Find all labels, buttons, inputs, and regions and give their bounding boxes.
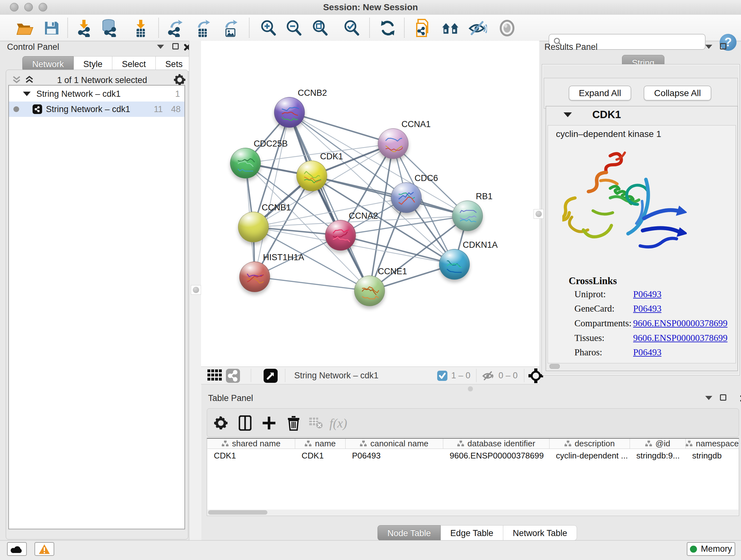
tab-edge-table[interactable]: Edge Table [441,525,503,541]
show-hide-eye-slash-icon[interactable] [468,19,487,37]
network-row-selected[interactable]: String Network – cdk1 11 48 [9,102,185,117]
collapse-all-networks-icon[interactable] [11,75,22,85]
column-label: @id [656,439,670,449]
network-node-cdk1[interactable] [296,161,327,191]
column-type-icon [645,441,652,447]
table-cell[interactable]: cyclin-dependent ... [549,451,630,462]
zoom-out-icon[interactable] [285,19,303,37]
save-session-icon[interactable] [42,19,61,37]
table-horizontal-scrollbar[interactable] [207,509,738,515]
tab-node-table[interactable]: Node Table [378,525,441,541]
zoom-fit-content-icon[interactable] [311,19,329,37]
table-cell[interactable]: CDK1 [295,451,346,462]
export-network-file-icon[interactable] [167,19,186,37]
tab-network-table[interactable]: Network Table [503,525,577,541]
table-panel-float-icon[interactable] [720,394,726,401]
network-node-ccna2[interactable] [325,220,356,251]
column-header[interactable]: name [295,439,346,449]
network-edge[interactable] [289,112,393,144]
column-header[interactable]: shared name [207,439,295,449]
compartments-link[interactable]: 9606.ENSP00000378699 [633,318,728,328]
network-collection-row[interactable]: String Network – cdk1 1 [9,86,185,102]
zoom-in-icon[interactable] [259,19,278,37]
horizontal-splitter-handle[interactable] [468,386,473,391]
uniprot-link[interactable]: P06493 [633,289,662,299]
pharos-link[interactable]: P06493 [633,347,662,357]
results-scrollbar-thumb[interactable] [549,364,560,369]
network-node-cdkn1a[interactable] [439,249,470,280]
network-node-ccna1[interactable] [378,128,408,159]
column-header[interactable]: database identifier [443,439,549,449]
birdseye-crosshair-icon[interactable] [529,368,543,384]
expand-all-button[interactable]: Expand All [569,85,631,101]
tree-expand-icon[interactable] [23,91,30,96]
share-network-icon[interactable] [226,369,240,384]
string-network-icon [32,105,42,114]
tab-network[interactable]: Network [22,56,74,71]
table-scrollbar-thumb[interactable] [208,510,267,515]
gene-collapse-icon[interactable] [563,112,572,117]
clone-network-icon[interactable] [414,19,432,37]
column-header[interactable]: canonical name [346,439,443,449]
cloud-button[interactable] [7,542,27,556]
column-header[interactable]: @id [630,439,686,449]
refresh-view-icon[interactable] [379,19,397,37]
first-neighbors-icon[interactable] [442,19,460,37]
genecard-link[interactable]: P06493 [633,303,662,314]
network-node-hist1h1a[interactable] [239,261,270,292]
table-panel-close-icon[interactable] [740,395,741,401]
network-edge[interactable] [312,176,468,216]
tab-sets[interactable]: Sets [156,56,192,71]
import-network-database-icon[interactable] [100,19,118,37]
memory-button[interactable]: Memory [687,542,735,556]
grid-view-icon[interactable] [207,369,222,383]
network-node-ccne1[interactable] [354,275,385,306]
columns-icon[interactable] [236,414,254,432]
control-panel-float-icon[interactable] [172,43,179,50]
network-edge[interactable] [255,112,289,277]
open-in-window-icon[interactable] [264,369,278,384]
expand-all-networks-icon[interactable] [24,75,35,85]
zoom-selected-icon[interactable] [342,19,361,37]
netbar-separator [251,369,251,382]
crosslink-label: Pharos: [575,347,602,358]
network-edge[interactable] [289,112,369,291]
network-node-cdc25b[interactable] [230,148,261,179]
left-splitter-handle[interactable] [191,285,201,295]
results-panel-menu-icon[interactable] [705,45,712,49]
network-edge[interactable] [255,277,369,291]
table-cell[interactable]: CDK1 [207,451,295,462]
table-cell[interactable]: stringdb [686,451,739,462]
network-node-ccnb1[interactable] [238,212,269,242]
export-image-file-icon[interactable] [221,19,240,37]
import-table-file-icon[interactable] [131,19,150,37]
tab-select[interactable]: Select [112,56,156,71]
export-table-file-icon[interactable] [194,19,212,37]
gear-icon[interactable] [212,414,230,432]
column-header[interactable]: namespace [686,439,739,449]
tab-style[interactable]: Style [74,56,112,71]
right-splitter-handle[interactable] [534,209,544,219]
table-cell[interactable]: P06493 [346,451,443,462]
column-header[interactable]: description [549,439,630,449]
add-column-icon[interactable] [260,414,278,432]
lens-icon[interactable] [498,19,516,37]
network-node-rb1[interactable] [452,200,483,231]
open-session-icon[interactable] [16,19,34,37]
warning-button[interactable] [35,542,54,556]
delete-icon[interactable] [285,414,302,432]
network-canvas[interactable]: CCNB2CCNA1CDC25BCDK1CDC6RB1CCNB1CCNA2CDK… [201,41,539,367]
column-label: shared name [232,439,280,449]
table-cell[interactable]: 9606.ENSP00000378699 [443,451,549,462]
network-node-ccnb2[interactable] [274,97,305,128]
import-network-file-icon[interactable] [74,19,93,37]
table-panel-menu-icon[interactable] [705,396,712,400]
selected-checkbox[interactable] [437,371,448,382]
network-node-cdc6[interactable] [391,182,421,213]
results-panel-float-icon[interactable] [720,43,726,50]
tissues-link[interactable]: 9606.ENSP00000378699 [633,333,728,343]
collapse-all-button[interactable]: Collapse All [644,85,711,101]
control-panel-menu-icon[interactable] [157,45,164,49]
table-cell[interactable]: stringdb:9... [630,451,686,462]
column-type-icon [360,441,367,447]
